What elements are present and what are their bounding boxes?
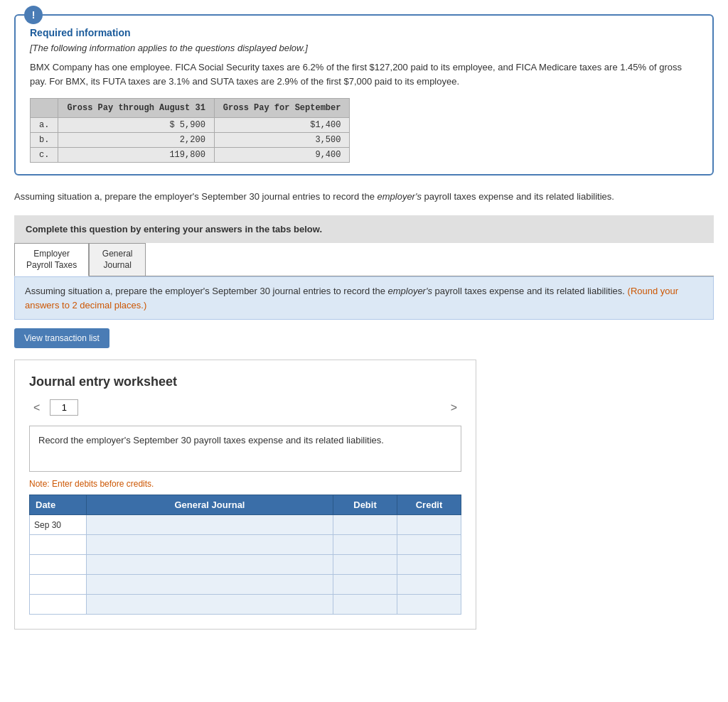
cell-debit[interactable] bbox=[333, 535, 397, 555]
info-subtitle: [The following information applies to th… bbox=[30, 43, 698, 53]
cell-credit[interactable] bbox=[397, 535, 461, 555]
nav-next-button[interactable]: > bbox=[446, 400, 461, 416]
tab-general-journal[interactable]: GeneralJournal bbox=[89, 243, 146, 276]
journal-input-2[interactable] bbox=[91, 560, 328, 570]
cell-credit[interactable] bbox=[397, 515, 461, 535]
table-row bbox=[30, 595, 461, 615]
col2-header: Gross Pay for September bbox=[214, 99, 350, 118]
info-icon: ! bbox=[24, 6, 43, 24]
table-row: Sep 30 bbox=[30, 515, 461, 535]
cell-journal[interactable] bbox=[87, 555, 333, 575]
debit-input-2[interactable] bbox=[338, 560, 392, 570]
cell-journal[interactable] bbox=[87, 535, 333, 555]
cell-journal[interactable] bbox=[87, 515, 333, 535]
tab-employer-payroll-taxes[interactable]: EmployerPayroll Taxes bbox=[14, 243, 89, 277]
col-date-header: Date bbox=[30, 495, 87, 515]
credit-input-4[interactable] bbox=[402, 600, 456, 610]
cell-credit[interactable] bbox=[397, 555, 461, 575]
desc-text: Assuming situation a, prepare the employ… bbox=[25, 286, 625, 296]
cell-debit[interactable] bbox=[333, 575, 397, 595]
table-row bbox=[30, 575, 461, 595]
cell-debit[interactable] bbox=[333, 515, 397, 535]
col-debit-header: Debit bbox=[333, 495, 397, 515]
gross-pay-table: Gross Pay through August 31 Gross Pay fo… bbox=[30, 98, 350, 163]
cell-debit[interactable] bbox=[333, 595, 397, 615]
cell-credit[interactable] bbox=[397, 575, 461, 595]
col-journal-header: General Journal bbox=[87, 495, 333, 515]
table-row bbox=[30, 555, 461, 575]
info-box: ! Required information [The following in… bbox=[14, 14, 714, 176]
note-text: Note: Enter debits before credits. bbox=[29, 479, 461, 489]
cell-date bbox=[30, 535, 87, 555]
journal-input-3[interactable] bbox=[91, 580, 328, 590]
cell-date: Sep 30 bbox=[30, 515, 87, 535]
col-credit-header: Credit bbox=[397, 495, 461, 515]
table-row bbox=[30, 535, 461, 555]
credit-input-2[interactable] bbox=[402, 560, 456, 570]
credit-input-3[interactable] bbox=[402, 580, 456, 590]
worksheet-box: Journal entry worksheet < > Record the e… bbox=[14, 360, 476, 630]
col1-header: Gross Pay through August 31 bbox=[58, 99, 214, 118]
tabs-container: EmployerPayroll Taxes GeneralJournal bbox=[14, 243, 714, 277]
cell-date bbox=[30, 555, 87, 575]
journal-input-4[interactable] bbox=[91, 600, 328, 610]
worksheet-title: Journal entry worksheet bbox=[29, 374, 461, 389]
nav-row: < > bbox=[29, 399, 461, 416]
journal-input-0[interactable] bbox=[91, 520, 328, 530]
cell-journal[interactable] bbox=[87, 575, 333, 595]
debit-input-1[interactable] bbox=[338, 540, 392, 550]
debit-input-4[interactable] bbox=[338, 600, 392, 610]
desc-box: Assuming situation a, prepare the employ… bbox=[14, 276, 714, 320]
nav-page-input[interactable] bbox=[50, 399, 78, 416]
journal-table: Date General Journal Debit Credit Sep 30 bbox=[29, 495, 461, 615]
cell-date bbox=[30, 595, 87, 615]
question-text: Assuming situation a, prepare the employ… bbox=[14, 190, 714, 204]
cell-debit[interactable] bbox=[333, 555, 397, 575]
debit-input-3[interactable] bbox=[338, 580, 392, 590]
info-title: Required information bbox=[30, 27, 698, 38]
cell-date bbox=[30, 575, 87, 595]
cell-credit[interactable] bbox=[397, 595, 461, 615]
info-text: BMX Company has one employee. FICA Socia… bbox=[30, 60, 698, 88]
complete-box: Complete this question by entering your … bbox=[14, 215, 714, 243]
cell-journal[interactable] bbox=[87, 595, 333, 615]
view-transaction-button[interactable]: View transaction list bbox=[14, 328, 109, 348]
credit-input-0[interactable] bbox=[402, 520, 456, 530]
entry-description: Record the employer's September 30 payro… bbox=[29, 426, 461, 472]
journal-input-1[interactable] bbox=[91, 540, 328, 550]
debit-input-0[interactable] bbox=[338, 520, 392, 530]
nav-prev-button[interactable]: < bbox=[29, 400, 44, 416]
credit-input-1[interactable] bbox=[402, 540, 456, 550]
